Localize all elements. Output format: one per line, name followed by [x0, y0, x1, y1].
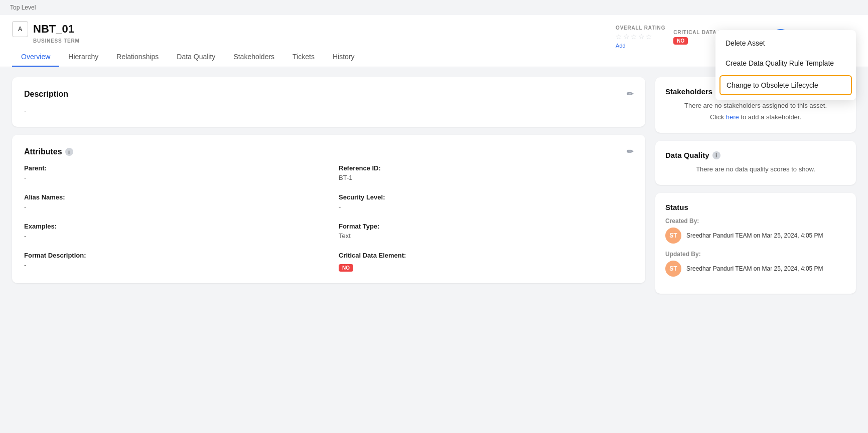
updated-by-text: Sreedhar Panduri TEAM on Mar 25, 2024, 4…: [686, 265, 823, 272]
description-title: Description: [24, 90, 68, 99]
tab-history[interactable]: History: [324, 48, 364, 67]
tab-data-quality[interactable]: Data Quality: [168, 48, 224, 67]
stakeholders-empty-line2: Click here to add a stakeholder.: [665, 113, 846, 121]
created-by-label: Created By:: [665, 218, 846, 225]
tab-hierarchy[interactable]: Hierarchy: [59, 48, 107, 67]
dropdown-change-lifecycle[interactable]: Change to Obsolete Lifecycle: [719, 75, 852, 95]
created-by-row: ST Sreedhar Panduri TEAM on Mar 25, 2024…: [665, 228, 846, 244]
breadcrumb: Top Level: [0, 0, 868, 15]
attr-security-level: Security Level: -: [339, 193, 633, 210]
tab-tickets[interactable]: Tickets: [283, 48, 324, 67]
main-content: Description ✏ - Attributes i ✏ Parent: -: [12, 77, 645, 294]
overall-rating-label: OVERALL RATING: [616, 25, 665, 31]
stars: ☆ ☆ ☆ ☆ ☆: [616, 33, 652, 41]
tab-stakeholders[interactable]: Stakeholders: [224, 48, 283, 67]
attr-critical-data-element: Critical Data Element: NO: [339, 252, 633, 271]
attr-parent: Parent: -: [24, 164, 319, 181]
stakeholders-empty-line1: There are no stakeholders assigned to th…: [665, 102, 846, 109]
attr-cde-badge: NO: [339, 264, 353, 272]
attributes-card: Attributes i ✏ Parent: - Reference ID: B…: [12, 135, 645, 283]
tab-bar: Overview Hierarchy Relationships Data Qu…: [12, 48, 616, 67]
attributes-edit-icon[interactable]: ✏: [627, 147, 633, 156]
sidebar: Stakeholders i There are no stakeholders…: [655, 77, 856, 294]
created-avatar: ST: [665, 228, 681, 244]
attr-reference-id: Reference ID: BT-1: [339, 164, 633, 181]
description-edit-icon[interactable]: ✏: [627, 89, 633, 99]
asset-name: NBT_01: [33, 23, 74, 36]
attributes-info-icon: i: [65, 148, 73, 156]
attr-alias-names: Alias Names: -: [24, 193, 319, 210]
dropdown-delete-asset[interactable]: Delete Asset: [715, 33, 856, 53]
asset-type: BUSINESS TERM: [33, 38, 616, 44]
add-rating-link[interactable]: Add: [616, 43, 626, 49]
updated-by-row: ST Sreedhar Panduri TEAM on Mar 25, 2024…: [665, 261, 846, 277]
dropdown-create-dqrt[interactable]: Create Data Quality Rule Template: [715, 53, 856, 73]
stakeholders-here-link[interactable]: here: [726, 113, 739, 121]
tab-relationships[interactable]: Relationships: [107, 48, 168, 67]
tab-overview[interactable]: Overview: [12, 48, 59, 67]
description-value: -: [24, 107, 633, 115]
data-quality-info-icon: i: [712, 151, 720, 159]
status-card: Status Created By: ST Sreedhar Panduri T…: [655, 193, 856, 294]
attributes-grid: Parent: - Reference ID: BT-1 Alias Names…: [24, 164, 633, 271]
attr-format-description: Format Description: -: [24, 252, 319, 271]
main-layout: Description ✏ - Attributes i ✏ Parent: -: [0, 67, 868, 304]
cde-badge: NO: [673, 37, 688, 45]
attr-format-type: Format Type: Text: [339, 223, 633, 240]
status-title: Status: [665, 203, 688, 211]
dropdown-menu: Delete Asset Create Data Quality Rule Te…: [715, 30, 856, 100]
updated-by-label: Updated By:: [665, 251, 846, 258]
description-card: Description ✏ -: [12, 77, 645, 127]
overall-rating-block: OVERALL RATING ☆ ☆ ☆ ☆ ☆ Add: [616, 25, 665, 49]
updated-avatar: ST: [665, 261, 681, 277]
data-quality-empty: There are no data quality scores to show…: [665, 165, 846, 173]
created-by-text: Sreedhar Panduri TEAM on Mar 25, 2024, 4…: [686, 232, 823, 239]
attr-examples: Examples: -: [24, 223, 319, 240]
attributes-title: Attributes: [24, 147, 62, 156]
data-quality-card: Data Quality i There are no data quality…: [655, 141, 856, 185]
asset-icon: A: [12, 21, 28, 37]
stakeholders-title: Stakeholders: [665, 87, 712, 96]
data-quality-title: Data Quality: [665, 151, 709, 159]
